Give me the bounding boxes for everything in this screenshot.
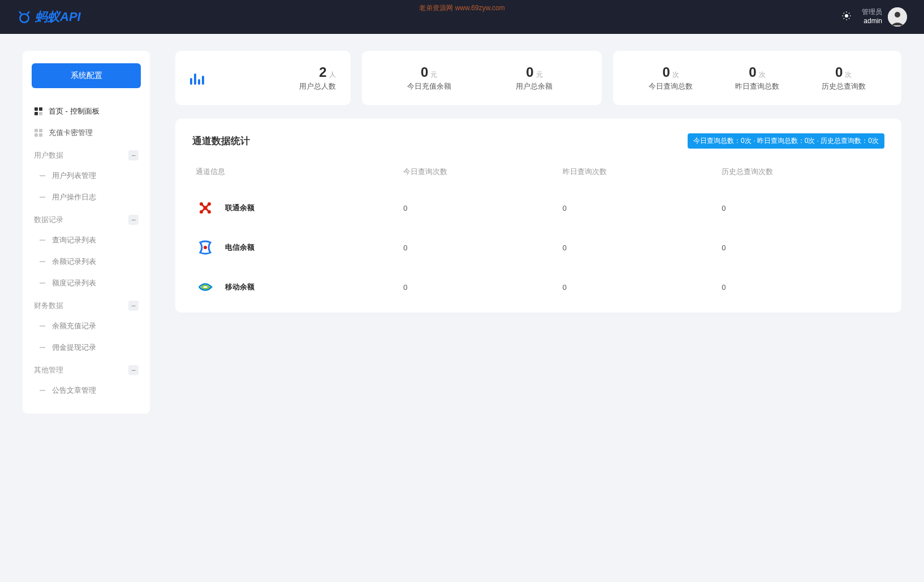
channel-name: 联通余额 — [225, 203, 254, 213]
stat-card-users: 2人 用户总人数 — [175, 51, 351, 105]
section-other[interactable]: 其他管理 − — [32, 358, 141, 380]
grid-icon — [34, 128, 43, 137]
stat-unit: 次 — [845, 70, 852, 80]
cell-yesterday: 0 — [559, 188, 719, 228]
collapse-icon[interactable]: − — [128, 150, 139, 160]
sidebar-sub-recharge-record[interactable]: 余额充值记录 — [32, 315, 141, 337]
cell-today: 0 — [400, 267, 559, 307]
col-history: 历史总查询次数 — [718, 161, 884, 188]
sidebar: 系统配置 首页 - 控制面板 充值卡密管理 用户数据 − 用户列表管理 用户操作… — [23, 51, 150, 414]
col-yesterday: 昨日查询次数 — [559, 161, 719, 188]
bar-chart-icon — [190, 71, 204, 85]
nav-label: 充值卡密管理 — [49, 128, 93, 138]
svg-point-1 — [845, 14, 848, 18]
col-channel: 通道信息 — [192, 161, 400, 188]
stat-value: 0 — [663, 64, 670, 80]
user-name: admin — [862, 17, 882, 26]
sidebar-sub-balance-list[interactable]: 余额记录列表 — [32, 251, 141, 272]
sidebar-sub-announcement[interactable]: 公告文章管理 — [32, 380, 141, 401]
stat-card-queries: 0次 今日查询总数 0次 昨日查询总数 0次 历史总查询数 — [613, 51, 901, 105]
nav-label: 首页 - 控制面板 — [49, 106, 100, 116]
svg-point-0 — [20, 14, 28, 23]
stat-label: 历史总查询数 — [800, 81, 887, 92]
top-header: 蚂蚁API 老弟资源网 www.69zyw.com 管理员 admin — [0, 0, 924, 34]
channel-name: 电信余额 — [225, 242, 254, 253]
collapse-icon[interactable]: − — [128, 301, 139, 311]
svg-line-9 — [849, 12, 849, 13]
stat-unit: 元 — [536, 70, 543, 80]
sidebar-sub-user-log[interactable]: 用户操作日志 — [32, 186, 141, 208]
mobile-icon — [196, 277, 215, 297]
stat-unit: 次 — [759, 70, 766, 80]
table-row: 移动余额 0 0 0 — [192, 267, 884, 307]
svg-line-7 — [849, 18, 849, 19]
stat-label: 今日查询总数 — [628, 81, 714, 92]
logo[interactable]: 蚂蚁API — [17, 8, 81, 25]
user-role: 管理员 — [862, 8, 882, 17]
section-finance[interactable]: 财务数据 − — [32, 294, 141, 315]
sidebar-sub-withdraw-record[interactable]: 佣金提现记录 — [32, 337, 141, 358]
cell-yesterday: 0 — [559, 267, 719, 307]
logo-icon — [17, 10, 32, 24]
main-content: 2人 用户总人数 0元 今日充值余额 0元 用户总余额 0次 今日查询 — [175, 51, 901, 414]
cell-history: 0 — [718, 267, 884, 307]
user-menu[interactable]: 管理员 admin — [862, 7, 907, 27]
section-title: 其他管理 — [34, 365, 63, 375]
table-title: 通道数据统计 — [192, 134, 250, 147]
collapse-icon[interactable]: − — [128, 215, 139, 225]
stats-badge: 今日查询总数：0次 · 昨日查询总数：0次 · 历史总查询数：0次 — [688, 133, 884, 149]
stat-value: 0 — [526, 64, 533, 80]
cell-yesterday: 0 — [559, 228, 719, 267]
cell-today: 0 — [400, 228, 559, 267]
section-title: 用户数据 — [34, 150, 63, 160]
stat-unit: 人 — [329, 70, 336, 80]
table-row: 联通余额 0 0 0 — [192, 188, 884, 228]
cell-today: 0 — [400, 188, 559, 228]
grid-icon — [34, 107, 43, 116]
stat-card-balance: 0元 今日充值余额 0元 用户总余额 — [362, 51, 602, 105]
channel-table: 通道信息 今日查询次数 昨日查询次数 历史总查询次数 联通余额 0 0 0 电信… — [192, 161, 884, 307]
stat-unit: 次 — [672, 70, 679, 80]
svg-point-17 — [204, 246, 207, 249]
sidebar-sub-quota-list[interactable]: 额度记录列表 — [32, 272, 141, 294]
sidebar-item-recharge[interactable]: 充值卡密管理 — [32, 122, 141, 144]
stat-label: 昨日查询总数 — [714, 81, 801, 92]
telecom-icon — [196, 238, 215, 257]
sidebar-sub-query-list[interactable]: 查询记录列表 — [32, 229, 141, 251]
avatar — [888, 7, 907, 27]
stat-label: 用户总余额 — [482, 81, 587, 92]
cell-history: 0 — [718, 228, 884, 267]
theme-toggle-icon[interactable] — [841, 11, 852, 24]
channel-name: 移动余额 — [225, 282, 254, 292]
logo-text: 蚂蚁API — [35, 8, 81, 25]
stat-value: 2 — [319, 64, 326, 80]
channel-stats-card: 通道数据统计 今日查询总数：0次 · 昨日查询总数：0次 · 历史总查询数：0次… — [175, 119, 901, 312]
section-user-data[interactable]: 用户数据 − — [32, 144, 141, 165]
stat-value: 0 — [835, 64, 843, 80]
stat-label: 用户总人数 — [221, 81, 336, 92]
sidebar-item-dashboard[interactable]: 首页 - 控制面板 — [32, 101, 141, 122]
col-today: 今日查询次数 — [400, 161, 559, 188]
section-title: 财务数据 — [34, 301, 63, 311]
table-row: 电信余额 0 0 0 — [192, 228, 884, 267]
section-data-records[interactable]: 数据记录 − — [32, 208, 141, 229]
sidebar-sub-user-list[interactable]: 用户列表管理 — [32, 165, 141, 186]
unicom-icon — [196, 198, 215, 218]
collapse-icon[interactable]: − — [128, 365, 139, 375]
stat-value: 0 — [749, 64, 756, 80]
stat-unit: 元 — [430, 70, 437, 80]
svg-point-11 — [895, 12, 900, 18]
svg-line-6 — [844, 12, 844, 13]
stat-value: 0 — [421, 64, 428, 80]
section-title: 数据记录 — [34, 215, 63, 225]
stat-label: 今日充值余额 — [377, 81, 482, 92]
cell-history: 0 — [718, 188, 884, 228]
svg-line-8 — [844, 18, 844, 19]
watermark-text: 老弟资源网 www.69zyw.com — [419, 3, 504, 13]
system-config-button[interactable]: 系统配置 — [32, 63, 141, 88]
